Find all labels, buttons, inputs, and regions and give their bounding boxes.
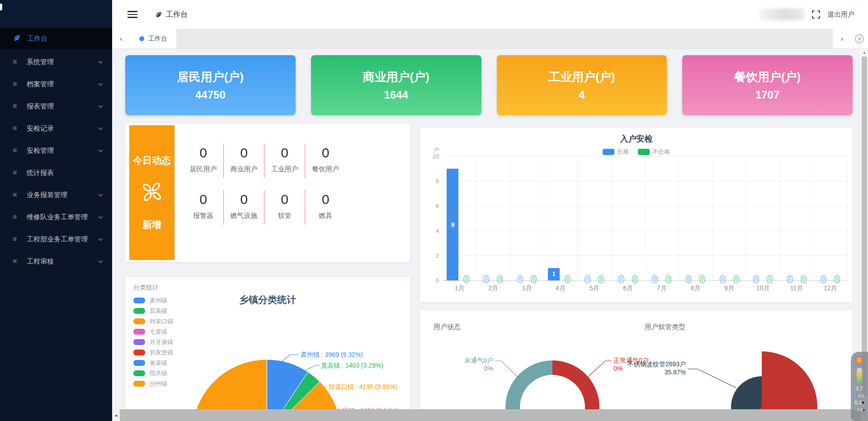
- stat-card-value: 4: [579, 89, 585, 101]
- bar-合格: 9: [447, 169, 458, 281]
- y-axis-tick: 8: [424, 178, 439, 184]
- bar-chart-legend: 合格 不合格: [420, 148, 853, 156]
- chevron-down-icon: [99, 125, 103, 130]
- x-axis-label: 6月: [614, 284, 642, 293]
- logout-button[interactable]: 退出用户: [827, 10, 854, 19]
- legend-item[interactable]: 不合格: [638, 148, 670, 156]
- hamburger-menu-icon[interactable]: [127, 9, 137, 20]
- y-axis-tick: 0: [424, 277, 439, 284]
- x-axis-label: 7月: [648, 284, 675, 293]
- today-stat: 0 燃气设施: [224, 190, 264, 225]
- vertical-scrollbar-thumb[interactable]: [862, 57, 867, 396]
- svg-text:35.87%: 35.87%: [665, 369, 686, 376]
- scroll-left-arrow[interactable]: ◄: [112, 409, 120, 421]
- chevron-down-icon: [99, 59, 103, 63]
- bar-合格: 1: [548, 268, 560, 281]
- menu-lines-icon: ≡: [13, 169, 20, 177]
- stat-card-value: 1644: [384, 89, 408, 101]
- sidebar-item[interactable]: ≡ 安检管理: [0, 142, 112, 160]
- x-axis-label: 10月: [750, 284, 777, 293]
- inspection-bar-panel: 0246810户1月902月003月004月105月006月007月008月00…: [420, 128, 853, 302]
- menu-lines-icon: ≡: [13, 257, 20, 265]
- zero-marker: 0: [720, 275, 726, 283]
- zero-marker: 0: [483, 275, 489, 283]
- stat-card: 餐饮用户(户) 1707: [682, 55, 853, 115]
- y-axis-tick: 4: [424, 227, 439, 234]
- today-title: 今日动态: [133, 154, 171, 167]
- today-stat-value: 0: [264, 145, 305, 161]
- today-stat: 0 居民用户: [183, 143, 224, 178]
- today-stat: 0 商业用户: [224, 143, 264, 178]
- pie-slice-label: 肃州镇 : 3969 (9.32%): [301, 351, 363, 359]
- chevron-down-icon: [99, 236, 103, 241]
- sidebar-item-label: 安检记录: [27, 124, 93, 133]
- menu-lines-icon: ≡: [13, 147, 20, 155]
- tab-bar: ‹ 工作台 ›: [112, 29, 868, 49]
- tabs-scroll-right-button[interactable]: ›: [833, 29, 851, 48]
- sidebar-item[interactable]: ≡ 统计报表: [0, 164, 112, 182]
- sidebar-item[interactable]: ≡ 档案管理: [0, 75, 112, 93]
- sidebar-item-label: 工程审核: [27, 257, 93, 266]
- today-stat-label: 商业用户: [224, 165, 264, 174]
- header: 工作台 退出用户: [112, 0, 868, 29]
- legend-label: 不合格: [652, 148, 670, 156]
- pie-slice-label: 转渠口镇 : 4195 (9.85%): [329, 383, 397, 391]
- scroll-up-arrow[interactable]: ▲: [861, 49, 868, 56]
- zero-marker: 0: [497, 275, 503, 283]
- zero-marker: 0: [531, 275, 537, 283]
- sidebar-item[interactable]: ≡ 工程审核: [0, 252, 112, 270]
- pie-slice-label: 莫高镇 : 1403 (3.29%): [321, 362, 383, 370]
- sidebar-item[interactable]: ≡ 工程部业务工单管理: [0, 230, 112, 248]
- sidebar-item[interactable]: ≡ 维修队业务工单管理: [0, 208, 112, 226]
- sidebar-item[interactable]: ≡ 系统管理: [0, 53, 112, 71]
- zero-marker: 0: [652, 275, 658, 283]
- stat-card: 商业用户(户) 1644: [311, 55, 481, 115]
- stat-card-value: 44750: [195, 89, 226, 101]
- tab-workbench[interactable]: 工作台: [130, 29, 176, 48]
- sidebar-item[interactable]: ≡ 报表管理: [0, 97, 112, 115]
- upload-unit: ⬆K/s: [855, 393, 864, 398]
- sidebar-item-label: 业务报装管理: [27, 191, 93, 199]
- today-stats: 0 居民用户 0 商业用户 0 工业用户 0 餐饮用户 0 报警器 0 燃气设施…: [183, 143, 364, 237]
- sidebar-item-workbench[interactable]: 工作台: [0, 28, 112, 49]
- legend-chip: [603, 149, 614, 155]
- sidebar-item[interactable]: ≡ 安检记录: [0, 119, 112, 137]
- sidebar-item-label: 报表管理: [27, 102, 93, 111]
- chevron-down-icon: [99, 81, 103, 85]
- status-charts: 未通气0户0%正常通气0户0%不锈钢波纹管2693户35.87%: [420, 310, 853, 421]
- zero-marker: 0: [632, 275, 638, 283]
- x-axis-label: 11月: [783, 284, 810, 293]
- tabs-scroll-left-button[interactable]: ‹: [112, 29, 130, 48]
- today-stat-label: 居民用户: [183, 165, 223, 174]
- download-speed: 0.1▾: [855, 400, 864, 405]
- x-axis-label: 4月: [547, 284, 574, 293]
- today-stat: 0 燃具: [305, 190, 346, 225]
- sidebar-item[interactable]: ≡ 业务报装管理: [0, 186, 112, 204]
- zero-marker: 0: [699, 275, 705, 283]
- edge-tab[interactable]: [0, 4, 2, 10]
- today-panel: 今日动态 新增 0 居民: [125, 123, 410, 262]
- zero-marker: 0: [665, 275, 671, 283]
- today-banner: 今日动态 新增: [129, 125, 175, 260]
- tab-bar-filler: [176, 29, 833, 48]
- breadcrumb[interactable]: 工作台: [155, 10, 188, 19]
- y-axis-tick: 2: [424, 252, 439, 259]
- tab-options-button[interactable]: [851, 29, 868, 48]
- speed-gauge-icon: [857, 368, 862, 384]
- svg-text:不锈钢波纹管2693户: 不锈钢波纹管2693户: [627, 360, 686, 368]
- shield-badge-icon: 1: [855, 355, 864, 365]
- sidebar-item-label: 档案管理: [27, 80, 93, 89]
- legend-item[interactable]: 合格: [603, 148, 629, 156]
- chevron-down-icon: [99, 214, 103, 218]
- zero-marker: 0: [565, 275, 571, 283]
- town-pie-chart: [125, 277, 410, 421]
- horizontal-scrollbar-thumb[interactable]: [120, 409, 861, 421]
- x-axis-label: 3月: [514, 284, 541, 293]
- town-pie-panel: 分类统计 肃州镇 莫高镇 转渠口镇 七里镇 月牙泉镇 郭家堡镇 黄渠镇 阳关镇 …: [125, 277, 410, 421]
- net-speed-widget[interactable]: 1 1.7 ⬆K/s 0.1▾ ⬇K/s▸: [851, 352, 868, 421]
- horizontal-scrollbar[interactable]: ◄: [112, 409, 861, 421]
- zero-marker: 0: [753, 275, 759, 283]
- fullscreen-icon[interactable]: [812, 10, 820, 19]
- today-stat-value: 0: [264, 192, 305, 207]
- today-stat-value: 0: [224, 192, 264, 207]
